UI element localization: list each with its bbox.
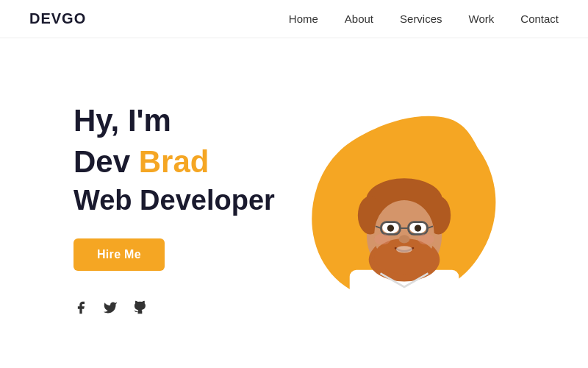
- svg-point-23: [374, 234, 390, 245]
- hero-image-area: [294, 96, 514, 325]
- nav-link-services[interactable]: Services: [400, 13, 442, 25]
- svg-point-18: [387, 224, 394, 231]
- svg-point-22: [399, 235, 410, 243]
- github-icon[interactable]: [132, 300, 147, 319]
- facebook-icon[interactable]: [74, 300, 88, 319]
- hero-section: Hy, I'm Dev Brad Web Developer Hire Me: [0, 38, 588, 368]
- logo: DEVGO: [29, 10, 86, 27]
- svg-point-24: [418, 234, 434, 245]
- hero-name: Dev Brad: [74, 144, 294, 180]
- svg-point-21: [396, 246, 412, 252]
- nav-links: Home About Services Work Contact: [289, 13, 559, 26]
- hire-me-button[interactable]: Hire Me: [74, 238, 165, 271]
- nav-item-about[interactable]: About: [345, 13, 373, 26]
- nav-link-home[interactable]: Home: [289, 13, 318, 25]
- twitter-icon[interactable]: [103, 300, 118, 319]
- nav-link-contact[interactable]: Contact: [520, 13, 559, 25]
- nav-link-work[interactable]: Work: [469, 13, 495, 25]
- hero-title: Web Developer: [74, 185, 294, 216]
- svg-point-19: [415, 224, 421, 231]
- hero-text: Hy, I'm Dev Brad Web Developer Hire Me: [74, 102, 294, 319]
- nav-item-home[interactable]: Home: [289, 13, 318, 26]
- navbar: DEVGO Home About Services Work Contact: [0, 0, 588, 38]
- social-icons: [74, 300, 294, 319]
- person-illustration: [323, 133, 485, 325]
- nav-item-contact[interactable]: Contact: [520, 13, 559, 26]
- hero-greeting: Hy, I'm: [74, 102, 294, 139]
- nav-item-services[interactable]: Services: [400, 13, 442, 26]
- hero-name-highlight: Brad: [139, 144, 209, 179]
- nav-item-work[interactable]: Work: [469, 13, 495, 26]
- nav-link-about[interactable]: About: [345, 13, 373, 25]
- hero-name-prefix: Dev: [74, 144, 139, 179]
